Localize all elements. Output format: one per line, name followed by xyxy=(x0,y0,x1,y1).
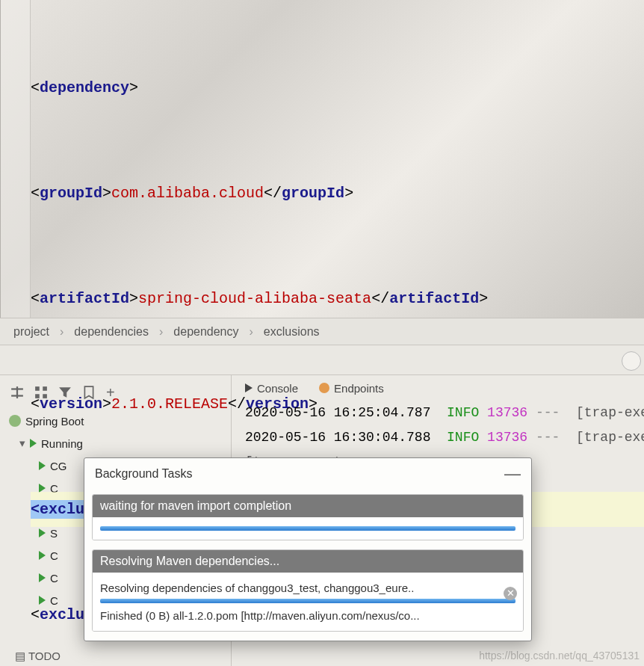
play-icon xyxy=(245,383,253,392)
log-line: 2020-05-16 16:30:04.788 INFO 13736 --- [… xyxy=(245,425,644,450)
structure-strip xyxy=(0,345,644,374)
svg-rect-2 xyxy=(16,386,18,398)
version-value: 2.1.0.RELEASE xyxy=(111,395,228,413)
tab-console[interactable]: Console xyxy=(245,382,298,395)
task-2-done: Finished (0 B) all-1.2.0.pom [http://mav… xyxy=(100,603,515,622)
log-line: 2020-05-16 16:25:04.787 INFO 13736 --- [… xyxy=(245,401,644,425)
task-1-progress xyxy=(100,526,515,531)
task-1-head: waiting for maven import completion xyxy=(93,495,523,517)
minimize-icon[interactable]: — xyxy=(504,464,521,484)
groupid-value: com.alibaba.cloud xyxy=(111,185,264,202)
layout-icon[interactable] xyxy=(10,386,24,399)
task-2-msg: Resolving dependencies of changgou3_test… xyxy=(100,582,515,599)
dialog-title-text: Background Tasks xyxy=(95,467,192,481)
endpoints-icon xyxy=(319,383,329,393)
cancel-icon[interactable]: ✕ xyxy=(504,587,517,600)
todo-tab[interactable]: ▤ TODO xyxy=(15,650,61,663)
tab-console-label: Console xyxy=(257,382,298,395)
tab-endpoints-label: Endpoints xyxy=(334,382,384,395)
background-tasks-dialog: Background Tasks — waiting for maven imp… xyxy=(84,457,532,641)
editor-gutter xyxy=(1,0,31,318)
watermark: https://blog.csdn.net/qq_43705131 xyxy=(479,650,640,662)
springboot-icon xyxy=(9,415,21,427)
dialog-titlebar[interactable]: Background Tasks — xyxy=(84,458,531,490)
code-editor[interactable]: <dependency> <groupId>com.alibaba.cloud<… xyxy=(0,0,644,318)
tab-endpoints[interactable]: Endpoints xyxy=(319,382,384,395)
console-tabs: Console Endpoints xyxy=(232,375,644,401)
task-1: waiting for maven import completion xyxy=(92,494,524,540)
task-2-head: Resolving Maven dependencies... xyxy=(93,550,523,573)
artifactid-value: spring-cloud-alibaba-seata xyxy=(138,290,371,307)
task-2: Resolving Maven dependencies... Resolvin… xyxy=(92,549,524,632)
